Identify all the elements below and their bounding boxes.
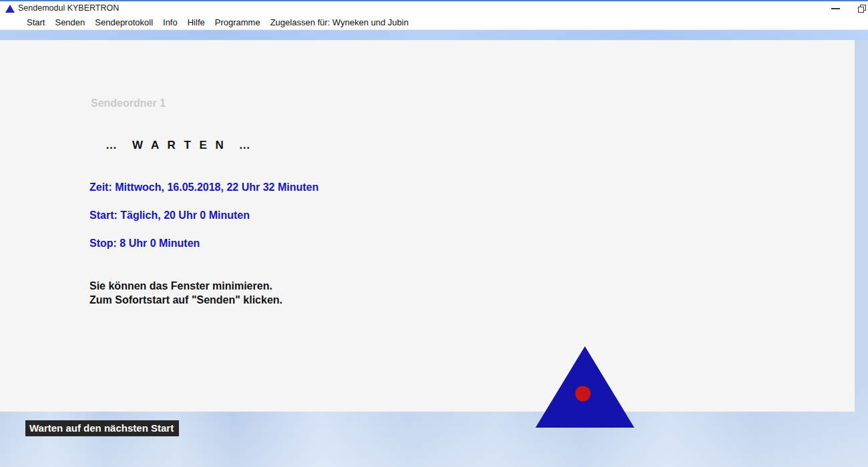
time-info-line: Zeit: Mittwoch, 16.05.2018, 22 Uhr 32 Mi… — [89, 181, 318, 193]
status-message: Warten auf den nächsten Start — [25, 420, 179, 436]
menu-item-zugelassen[interactable]: Zugelassen für: Wyneken und Jubin — [270, 17, 409, 27]
hint-text: Sie können das Fenster minimieren. Zum S… — [89, 279, 282, 307]
kybertron-triangle-logo — [535, 346, 634, 428]
desktop-background: Sendemodul KYBERTRON Start Senden Sendep… — [0, 0, 868, 467]
menu-item-senden[interactable]: Senden — [55, 17, 85, 27]
main-panel: Sendeordner 1 … W A R T E N … Zeit: Mitt… — [0, 40, 855, 412]
menu-item-sendeprotokoll[interactable]: Sendeprotokoll — [95, 17, 153, 27]
title-bar: Sendemodul KYBERTRON — [0, 0, 868, 15]
app-triangle-icon[interactable] — [5, 5, 15, 13]
menu-item-programme[interactable]: Programme — [215, 17, 260, 27]
minimize-icon — [831, 8, 840, 9]
folder-title: Sendeordner 1 — [91, 97, 166, 109]
start-info-line: Start: Täglich, 20 Uhr 0 Minuten — [89, 209, 250, 221]
minimize-button[interactable] — [827, 1, 845, 16]
red-dot — [576, 386, 591, 402]
menu-item-start[interactable]: Start — [27, 17, 45, 27]
menu-item-hilfe[interactable]: Hilfe — [188, 17, 205, 27]
waiting-heading: … W A R T E N … — [105, 139, 252, 152]
window-title: Sendemodul KYBERTRON — [18, 3, 119, 13]
hint-line-sofortstart: Zum Sofortstart auf "Senden" klicken. — [89, 293, 282, 307]
window-gap-strip — [0, 29, 868, 40]
restore-button[interactable] — [857, 1, 868, 16]
triangle-logo-graphic — [535, 346, 634, 428]
menu-item-info[interactable]: Info — [163, 17, 178, 27]
menu-bar: Start Senden Sendeprotokoll Info Hilfe P… — [0, 15, 868, 29]
stop-info-line: Stop: 8 Uhr 0 Minuten — [89, 238, 200, 250]
hint-line-minimize: Sie können das Fenster minimieren. — [89, 279, 282, 293]
